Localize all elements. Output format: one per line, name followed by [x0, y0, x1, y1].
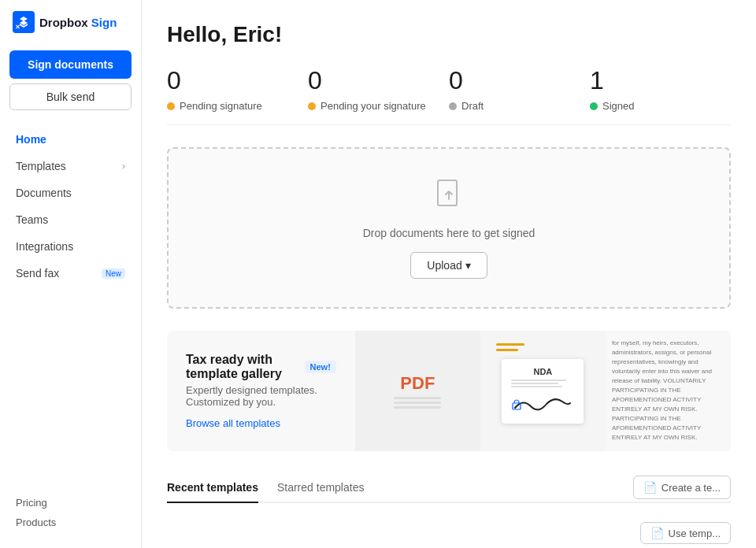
- dropbox-logo-icon: ✕: [13, 11, 35, 33]
- pricing-link[interactable]: Pricing: [16, 493, 125, 513]
- sidebar-item-send-fax[interactable]: Send fax New: [0, 260, 141, 287]
- pending-your-signature-dot: [308, 102, 316, 110]
- new-badge: New: [102, 268, 125, 279]
- nda-line-2: [511, 383, 558, 384]
- tabs-row: Recent templates Starred templates 📄 Cre…: [167, 473, 731, 503]
- document-plus-icon: 📄: [643, 481, 657, 494]
- pending-your-signature-count: 0: [308, 66, 433, 95]
- stat-draft: 0 Draft: [449, 66, 590, 124]
- stat-pending-your-signature: 0 Pending your signature: [308, 66, 449, 124]
- template-gallery: Tax ready with template gallery New! Exp…: [167, 331, 731, 451]
- pdf-label: PDF: [400, 373, 435, 394]
- chevron-right-icon: ›: [122, 161, 125, 172]
- gallery-title: Tax ready with template gallery New!: [186, 353, 336, 381]
- draft-count: 0: [449, 66, 574, 95]
- gallery-nda-preview: NDA: [480, 331, 606, 451]
- bulk-send-button[interactable]: Bulk send: [9, 83, 132, 110]
- sign-documents-button[interactable]: Sign documents: [9, 50, 132, 79]
- sidebar-item-documents-label: Documents: [16, 187, 72, 199]
- nda-line-3: [511, 386, 562, 387]
- svg-text:✕: ✕: [15, 24, 20, 31]
- signed-label: Signed: [590, 100, 715, 112]
- use-template-button-1[interactable]: 📄 Use temp...: [640, 522, 731, 544]
- upload-label: Upload ▾: [427, 259, 470, 272]
- stats-row: 0 Pending signature 0 Pending your signa…: [167, 66, 731, 125]
- nda-card: NDA: [502, 359, 584, 424]
- signature-scribble: [511, 392, 574, 416]
- sidebar-item-home-label: Home: [16, 133, 46, 146]
- browse-all-templates-link[interactable]: Browse all templates: [186, 417, 336, 429]
- sidebar-item-templates-label: Templates: [16, 160, 66, 172]
- gallery-new-badge: New!: [305, 361, 336, 373]
- document-icon-1: 📄: [650, 527, 664, 539]
- sidebar: ✕ Dropbox Sign Sign documents Bulk send …: [0, 0, 142, 548]
- sidebar-item-teams-label: Teams: [16, 213, 48, 226]
- drop-zone[interactable]: Drop documents here to get signed Upload…: [167, 147, 731, 309]
- sidebar-item-integrations-label: Integrations: [16, 240, 73, 253]
- sidebar-item-documents[interactable]: Documents: [0, 180, 141, 206]
- pdf-line-3: [394, 406, 441, 409]
- logo: ✕ Dropbox Sign: [0, 0, 141, 44]
- sidebar-item-teams[interactable]: Teams: [0, 206, 141, 233]
- drop-zone-text: Drop documents here to get signed: [363, 227, 536, 239]
- stat-pending-signature: 0 Pending signature: [167, 66, 308, 124]
- upload-document-icon: [432, 177, 466, 219]
- products-link[interactable]: Products: [16, 513, 125, 532]
- tabs-left: Recent templates Starred templates: [167, 473, 383, 502]
- template-list: 📄 Use temp... 📄 Use temp... 📄 More.: [167, 513, 731, 548]
- upload-button[interactable]: Upload ▾: [410, 252, 487, 279]
- signed-count: 1: [590, 66, 715, 95]
- main-content: Hello, Eric! 0 Pending signature 0 Pendi…: [142, 0, 756, 548]
- orange-line-2: [496, 349, 518, 351]
- pdf-document-preview: PDF: [394, 373, 441, 409]
- nda-text-lines: [511, 380, 574, 387]
- create-template-label: Create a te...: [662, 482, 721, 494]
- logo-dropbox: Dropbox Sign: [39, 16, 117, 29]
- stat-signed: 1 Signed: [590, 66, 731, 124]
- gallery-info: Tax ready with template gallery New! Exp…: [167, 331, 355, 451]
- sidebar-item-home[interactable]: Home: [0, 126, 141, 153]
- sidebar-item-integrations[interactable]: Integrations: [0, 233, 141, 260]
- sidebar-actions: Sign documents Bulk send: [0, 44, 141, 120]
- use-template-label-1: Use temp...: [669, 528, 721, 539]
- sidebar-item-templates[interactable]: Templates ›: [0, 153, 141, 180]
- gallery-description: Expertly designed templates. Customized …: [186, 384, 336, 408]
- tab-starred-templates[interactable]: Starred templates: [277, 473, 365, 503]
- pdf-line-1: [394, 397, 441, 399]
- signed-dot: [590, 102, 598, 110]
- table-row: 📄 Use temp...: [167, 513, 731, 548]
- gallery-doc-text: for myself, my heirs, executors, adminis…: [606, 331, 731, 451]
- draft-label: Draft: [449, 100, 574, 112]
- sidebar-footer: Pricing Products: [0, 483, 141, 548]
- pending-your-signature-label: Pending your signature: [308, 100, 433, 112]
- draft-dot: [449, 102, 457, 110]
- gallery-pdf-preview: PDF: [355, 331, 480, 451]
- pdf-line-2: [394, 402, 441, 404]
- nda-title: NDA: [511, 367, 574, 376]
- page-title: Hello, Eric!: [167, 22, 731, 47]
- tab-recent-templates[interactable]: Recent templates: [167, 473, 258, 503]
- orange-lines: [496, 343, 524, 351]
- orange-line-1: [496, 343, 524, 346]
- pdf-lines: [394, 397, 441, 409]
- pending-signature-count: 0: [167, 66, 292, 95]
- create-template-button[interactable]: 📄 Create a te...: [633, 476, 731, 499]
- pending-signature-dot: [167, 102, 175, 110]
- pending-signature-label: Pending signature: [167, 100, 292, 112]
- sidebar-nav: Home Templates › Documents Teams Integra…: [0, 120, 141, 483]
- sidebar-item-send-fax-label: Send fax: [16, 267, 59, 280]
- nda-line-1: [511, 380, 566, 381]
